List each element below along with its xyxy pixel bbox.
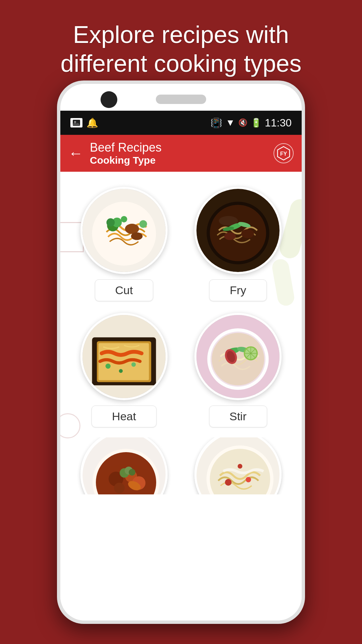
heat-label[interactable]: Heat xyxy=(92,406,157,427)
svg-point-10 xyxy=(131,232,142,240)
signal-off-icon: 🔇 xyxy=(238,118,247,127)
svg-point-60 xyxy=(238,464,242,469)
cut-label[interactable]: Cut xyxy=(95,279,154,301)
svg-point-19 xyxy=(241,229,254,238)
cooking-type-heat[interactable]: Heat xyxy=(67,308,181,434)
bottom-partial-grid xyxy=(60,434,302,494)
app-bar-titles: Beef Recipes Cooking Type xyxy=(90,141,274,166)
svg-point-27 xyxy=(131,362,136,367)
cooking-type-stir[interactable]: Stir xyxy=(181,308,295,434)
status-bar: 🔔 📳 ▼ 🔇 🔋 11:30 xyxy=(60,111,302,135)
cooking-type-cut[interactable]: Cut xyxy=(67,182,181,308)
svg-point-11 xyxy=(139,220,147,228)
app-logo: FY xyxy=(274,143,294,163)
status-icons-left: 🔔 xyxy=(70,117,98,128)
svg-point-21 xyxy=(219,216,238,226)
cooking-types-grid: Cut xyxy=(60,172,302,434)
svg-point-26 xyxy=(106,364,111,369)
notification-icon: 🔔 xyxy=(86,117,98,128)
svg-point-59 xyxy=(246,477,251,482)
battery-icon: 🔋 xyxy=(251,118,261,128)
bottom-item-right[interactable] xyxy=(181,437,295,494)
app-bar-title: Beef Recipes xyxy=(90,141,274,155)
heat-image xyxy=(80,313,168,400)
back-button[interactable]: ← xyxy=(68,145,83,162)
app-bar-subtitle: Cooking Type xyxy=(90,155,274,166)
phone-frame: 🔔 📳 ▼ 🔇 🔋 11:30 ← Beef Recipes Cooking T… xyxy=(57,80,305,624)
status-icons-right: 📳 ▼ 🔇 🔋 11:30 xyxy=(210,117,292,129)
svg-point-8 xyxy=(107,218,115,227)
content-area: Cut xyxy=(60,172,302,621)
svg-point-28 xyxy=(119,369,123,373)
header-title: Explore recipes with different cooking t… xyxy=(27,20,335,78)
fry-label[interactable]: Fry xyxy=(209,279,266,301)
fry-image xyxy=(194,187,282,274)
stir-image xyxy=(194,313,282,400)
status-time: 11:30 xyxy=(265,117,292,129)
bottom-item-left[interactable] xyxy=(67,437,181,494)
svg-point-58 xyxy=(225,479,232,486)
svg-point-20 xyxy=(224,232,236,240)
vibrate-icon: 📳 xyxy=(210,117,222,128)
svg-point-5 xyxy=(92,202,156,266)
app-bar: ← Beef Recipes Cooking Type FY xyxy=(60,135,302,172)
cooking-type-fry[interactable]: Fry xyxy=(181,182,295,308)
cut-image xyxy=(80,187,168,274)
stir-label[interactable]: Stir xyxy=(209,406,267,427)
phone-speaker xyxy=(156,95,206,104)
image-icon xyxy=(70,118,82,127)
wifi-icon: ▼ xyxy=(226,117,235,128)
bottom-right-circle xyxy=(194,437,282,494)
svg-text:FY: FY xyxy=(280,151,287,157)
page-header: Explore recipes with different cooking t… xyxy=(0,0,362,92)
bottom-left-circle xyxy=(80,437,168,494)
phone-camera xyxy=(101,91,117,108)
svg-point-12 xyxy=(121,216,127,222)
